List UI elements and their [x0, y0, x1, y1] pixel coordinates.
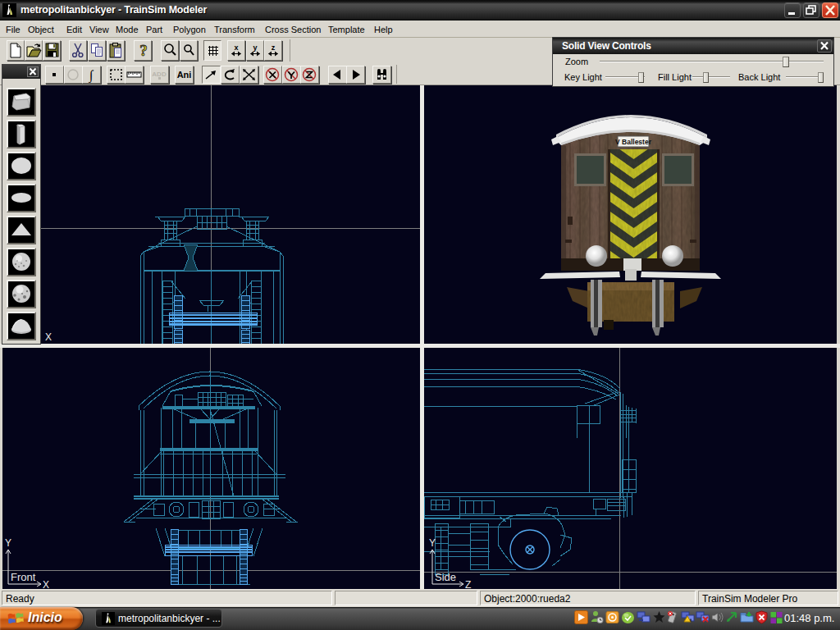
svg-text:X: X [45, 331, 52, 343]
svg-text:?: ? [139, 42, 148, 59]
svg-text:x: x [234, 43, 238, 52]
svg-text:Y: Y [5, 537, 11, 549]
svg-text:Front: Front [11, 571, 36, 583]
svg-text:Side: Side [435, 571, 456, 583]
svg-text:∫: ∫ [89, 68, 94, 83]
svg-text:V Ballester: V Ballester [615, 138, 652, 146]
svg-text:z: z [272, 43, 276, 52]
svg-text:Y: Y [429, 537, 436, 549]
svg-text:Z: Z [465, 579, 471, 589]
svg-text:y: y [253, 43, 257, 52]
svg-text:X: X [43, 579, 49, 589]
svg-text:Ani: Ani [177, 70, 192, 80]
svg-text:ADD: ADD [152, 71, 167, 78]
